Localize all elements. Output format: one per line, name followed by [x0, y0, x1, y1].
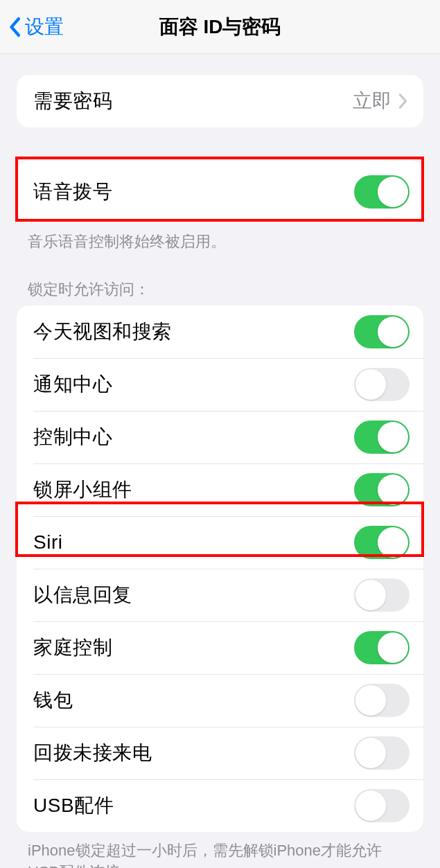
lock-access-item-label: 今天视图和搜索 [33, 319, 354, 345]
lock-access-item-label: Siri [33, 531, 354, 553]
lock-access-item-toggle[interactable] [354, 684, 410, 717]
lock-access-item-toggle[interactable] [354, 578, 410, 612]
lock-access-row: 钱包 [17, 674, 423, 727]
require-passcode-label: 需要密码 [33, 88, 353, 114]
passcode-group: 需要密码 立即 [17, 75, 423, 127]
lock-access-item-label: 通知中心 [33, 371, 354, 398]
lock-access-item-label: 钱包 [33, 687, 354, 714]
lock-access-row: 回拨未接来电 [17, 727, 423, 779]
lock-access-item-toggle[interactable] [354, 631, 410, 664]
lock-access-header: 锁定时允许访问： [28, 279, 412, 300]
voice-dial-group: 语音拨号 [17, 161, 423, 223]
lock-access-row: USB配件 [17, 779, 423, 832]
lock-access-item-toggle[interactable] [354, 315, 410, 348]
lock-access-item-toggle[interactable] [354, 368, 410, 401]
voice-dial-footer: 音乐语音控制将始终被启用。 [28, 231, 412, 253]
lock-access-row: 通知中心 [17, 358, 423, 411]
chevron-right-icon [397, 91, 410, 111]
lock-access-item-toggle[interactable] [354, 473, 410, 506]
back-label: 设置 [25, 14, 64, 40]
lock-access-item-label: 以信息回复 [33, 582, 354, 608]
require-passcode-row[interactable]: 需要密码 立即 [17, 75, 423, 127]
navigation-bar: 设置 面容 ID与密码 [0, 0, 440, 54]
lock-access-group: 今天视图和搜索通知中心控制中心锁屏小组件Siri以信息回复家庭控制钱包回拨未接来… [17, 305, 423, 832]
require-passcode-value: 立即 [353, 88, 391, 114]
page-title: 面容 ID与密码 [0, 14, 440, 40]
lock-access-row: 以信息回复 [17, 569, 423, 621]
lock-access-footer: iPhone锁定超过一小时后，需先解锁iPhone才能允许USB配件连接。 [28, 840, 412, 868]
lock-access-item-toggle[interactable] [354, 420, 410, 454]
lock-access-item-label: 家庭控制 [33, 635, 354, 661]
voice-dial-row: 语音拨号 [17, 161, 423, 223]
chevron-left-icon [7, 15, 22, 39]
lock-access-item-toggle[interactable] [354, 789, 410, 822]
lock-access-row: Siri [17, 516, 423, 569]
lock-access-item-label: 控制中心 [33, 424, 354, 450]
lock-access-item-toggle[interactable] [354, 736, 410, 770]
lock-access-row: 家庭控制 [17, 621, 423, 674]
voice-dial-label: 语音拨号 [33, 179, 354, 205]
lock-access-row: 今天视图和搜索 [17, 305, 423, 358]
back-button[interactable]: 设置 [0, 14, 64, 40]
lock-access-row: 控制中心 [17, 411, 423, 463]
lock-access-row: 锁屏小组件 [17, 463, 423, 516]
lock-access-item-toggle[interactable] [354, 526, 410, 559]
lock-access-item-label: USB配件 [33, 792, 354, 819]
lock-access-item-label: 锁屏小组件 [33, 477, 354, 503]
voice-dial-toggle[interactable] [354, 175, 410, 209]
lock-access-item-label: 回拨未接来电 [33, 740, 354, 766]
